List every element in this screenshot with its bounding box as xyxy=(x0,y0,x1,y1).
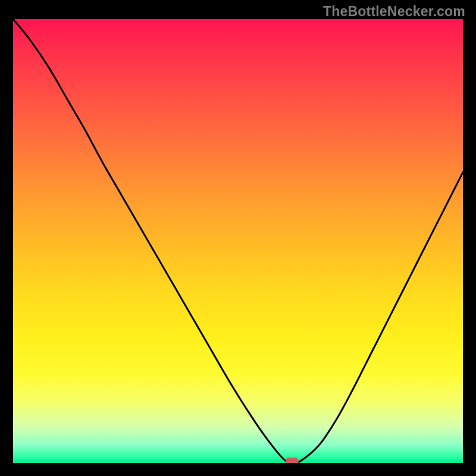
chart-svg xyxy=(13,19,463,463)
watermark-text: TheBottleNecker.com xyxy=(323,4,465,20)
min-marker xyxy=(286,458,299,463)
chart-plot-area xyxy=(13,19,463,463)
chart-frame: TheBottleNecker.com xyxy=(0,0,476,476)
bottleneck-curve xyxy=(13,19,463,463)
